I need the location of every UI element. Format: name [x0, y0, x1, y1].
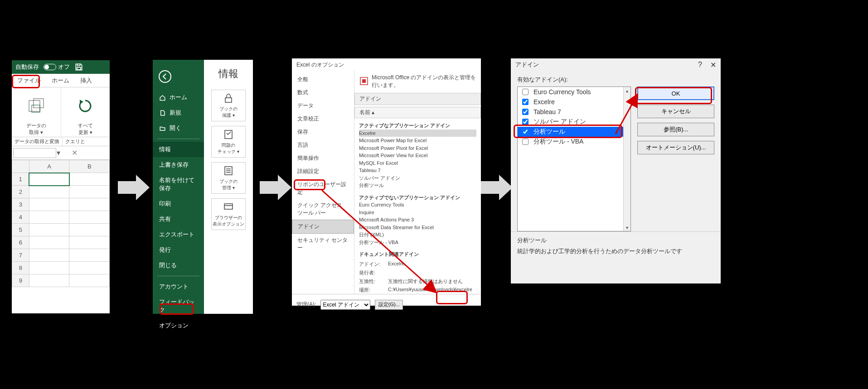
row-header[interactable]: 4 — [12, 211, 29, 224]
row-header[interactable]: 2 — [12, 186, 29, 198]
cell[interactable] — [29, 211, 69, 224]
backstage-save[interactable]: 上書き保存 — [153, 157, 204, 173]
active-addin-row[interactable]: 分析ツール — [359, 182, 476, 189]
row-header[interactable]: 3 — [12, 198, 29, 211]
cell[interactable] — [29, 262, 69, 274]
active-addin-row[interactable]: MySQL For Excel — [359, 159, 476, 167]
active-addin-row[interactable]: Microsoft Power Map for Excel — [359, 137, 476, 144]
col-header-a[interactable]: A — [29, 160, 69, 173]
cell[interactable] — [29, 224, 69, 236]
automation-button[interactable]: オートメーション(U)... — [637, 141, 714, 154]
options-side-10[interactable]: アドイン — [292, 220, 354, 234]
active-addin-row[interactable]: Microsoft Power Pivot for Excel — [359, 144, 476, 152]
cell[interactable] — [69, 236, 110, 249]
inactive-addin-row[interactable]: 分析ツール - VBA — [359, 239, 476, 246]
options-side-0[interactable]: 全般 — [292, 73, 354, 86]
options-side-11[interactable]: セキュリティ センター — [292, 234, 354, 255]
inactive-addin-row[interactable]: 日付 (XML) — [359, 231, 476, 239]
cell[interactable] — [29, 236, 69, 249]
inactive-addin-row[interactable]: Microsoft Actions Pane 3 — [359, 216, 476, 224]
cell[interactable] — [69, 198, 110, 211]
options-side-8[interactable]: リボンのユーザー設定 — [292, 178, 354, 199]
available-addins-listbox[interactable]: Euro Currency ToolsExcelreTableau 7ソルバー … — [517, 86, 631, 231]
addin-checkbox[interactable] — [522, 129, 529, 135]
backstage-publish[interactable]: 発行 — [153, 242, 204, 258]
addin-checkbox[interactable] — [522, 109, 529, 115]
check-issues-button[interactable]: 問題の チェック ▾ — [211, 126, 246, 158]
addins-name-header[interactable]: 名前 ▴ — [354, 107, 481, 118]
options-side-7[interactable]: 詳細設定 — [292, 165, 354, 178]
manage-workbook-button[interactable]: ブックの 管理 ▾ — [211, 162, 246, 194]
options-side-4[interactable]: 保存 — [292, 125, 354, 139]
listbox-scrollbar[interactable]: ▴ ▾ — [623, 87, 630, 231]
addin-option[interactable]: Euro Currency Tools — [518, 87, 630, 97]
addin-checkbox[interactable] — [522, 139, 529, 145]
manage-select[interactable]: Excel アドイン — [320, 300, 370, 310]
backstage-saveas[interactable]: 名前を付けて保存 — [153, 173, 204, 196]
addin-checkbox[interactable] — [522, 99, 529, 105]
cell[interactable] — [69, 224, 110, 236]
active-addin-row[interactable]: Microsoft Power View for Excel — [359, 152, 476, 159]
row-header[interactable]: 7 — [12, 249, 29, 262]
backstage-new[interactable]: 新規 — [153, 105, 204, 120]
browser-view-button[interactable]: ブラウザーの 表示オプション — [211, 198, 246, 230]
cell[interactable] — [29, 249, 69, 262]
tab-insert[interactable]: 挿入 — [75, 74, 97, 87]
backstage-share[interactable]: 共有 — [153, 211, 204, 227]
backstage-account[interactable]: アカウント — [153, 279, 204, 294]
backstage-options[interactable]: オプション — [153, 318, 204, 333]
inactive-addin-row[interactable]: Euro Currency Tools — [359, 201, 476, 209]
addin-checkbox[interactable] — [522, 89, 529, 95]
addin-option[interactable]: 分析ツール - VBA — [518, 137, 630, 147]
backstage-home[interactable]: ホーム — [153, 90, 204, 105]
cell-a1[interactable] — [29, 173, 69, 186]
row-header[interactable]: 8 — [12, 262, 29, 274]
name-box[interactable] — [13, 148, 56, 158]
backstage-print[interactable]: 印刷 — [153, 196, 204, 211]
cell[interactable] — [29, 186, 69, 198]
back-button[interactable] — [158, 70, 172, 83]
cell[interactable] — [69, 249, 110, 262]
cell[interactable] — [69, 186, 110, 198]
options-side-9[interactable]: クイック アクセス ツール バー — [292, 199, 354, 220]
options-side-6[interactable]: 簡単操作 — [292, 152, 354, 165]
backstage-export[interactable]: エクスポート — [153, 227, 204, 242]
cell[interactable] — [29, 198, 69, 211]
settings-button[interactable]: 設定(G)... — [375, 300, 403, 310]
row-header[interactable]: 1 — [12, 173, 29, 186]
options-side-5[interactable]: 言語 — [292, 139, 354, 152]
cell[interactable] — [69, 262, 110, 274]
tab-home[interactable]: ホーム — [46, 74, 75, 87]
inactive-addin-row[interactable]: Microsoft Data Streamer for Excel — [359, 224, 476, 231]
spreadsheet-grid[interactable]: AB 1 2 3 4 5 6 7 8 9 — [12, 160, 110, 287]
active-addin-row[interactable]: Excelre — [359, 130, 476, 137]
options-side-2[interactable]: データ — [292, 99, 354, 112]
backstage-feedback[interactable]: フィードバック — [153, 294, 204, 318]
protect-workbook-button[interactable]: ブックの 保護 ▾ — [211, 90, 246, 121]
addin-option[interactable]: Tableau 7 — [518, 107, 630, 117]
cell[interactable] — [29, 274, 69, 287]
options-side-1[interactable]: 数式 — [292, 86, 354, 99]
addin-option[interactable]: ソルバー アドイン — [518, 117, 630, 127]
row-header[interactable]: 9 — [12, 274, 29, 287]
row-header[interactable]: 6 — [12, 236, 29, 249]
close-icon[interactable]: ✕ — [710, 61, 716, 69]
browse-button[interactable]: 参照(B)... — [637, 123, 714, 136]
backstage-open[interactable]: 開く — [153, 120, 204, 136]
cell[interactable] — [69, 274, 110, 287]
inactive-addin-row[interactable]: Inquire — [359, 209, 476, 216]
cell[interactable] — [69, 173, 110, 186]
cancel-formula-icon[interactable]: ✕ — [70, 149, 79, 157]
tab-file[interactable]: ファイル — [12, 74, 46, 87]
active-addin-row[interactable]: Tableau 7 — [359, 167, 476, 174]
cancel-button[interactable]: キャンセル — [637, 105, 714, 118]
backstage-info[interactable]: 情報 — [153, 142, 204, 157]
backstage-close[interactable]: 閉じる — [153, 258, 204, 273]
cell[interactable] — [69, 211, 110, 224]
addin-option[interactable]: Excelre — [518, 97, 630, 107]
autosave-toggle[interactable]: オフ — [44, 63, 70, 71]
ribbon-refresh-all[interactable]: すべて 更新 ▾ — [61, 87, 110, 137]
addin-option[interactable]: 分析ツール — [518, 127, 630, 137]
ribbon-get-data[interactable]: データの 取得 ▾ — [12, 87, 61, 137]
ok-button[interactable]: OK — [637, 86, 714, 100]
